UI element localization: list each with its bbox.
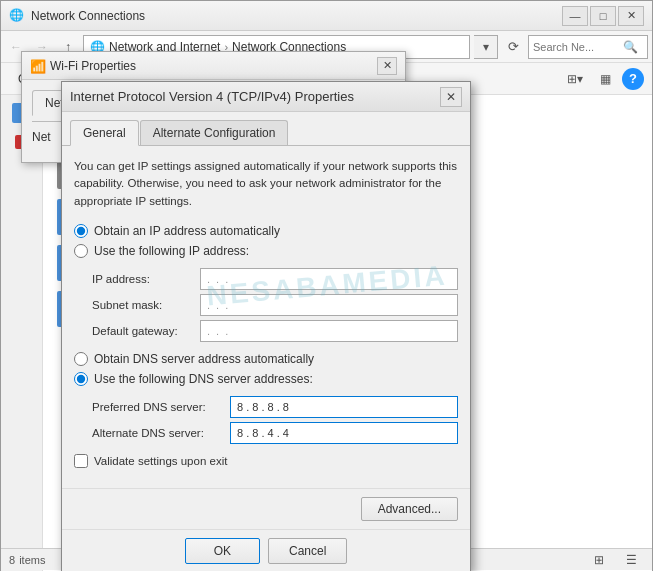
alternate-dns-row: Alternate DNS server: 8 . 8 . 4 . 4	[92, 422, 458, 444]
subnet-mask-label: Subnet mask:	[92, 299, 192, 311]
alternate-dns-label: Alternate DNS server:	[92, 427, 222, 439]
window-controls: — □ ✕	[562, 6, 644, 26]
alternate-dns-value: 8 . 8 . 4 . 4	[237, 427, 289, 439]
wifi-close-button[interactable]: ✕	[377, 57, 397, 75]
subnet-mask-field[interactable]: . . .	[200, 294, 458, 316]
radio-auto-ip[interactable]	[74, 224, 88, 238]
main-window: 🌐 Network Connections — □ ✕ ← → ↑ 🌐 Netw…	[0, 0, 653, 571]
status-items-label: items	[19, 554, 45, 566]
preferred-dns-field[interactable]: 8 . 8 . 8 . 8	[230, 396, 458, 418]
pane-button[interactable]: ▦	[592, 68, 618, 90]
toolbar-right: ⊞▾ ▦ ?	[562, 68, 644, 90]
close-button[interactable]: ✕	[618, 6, 644, 26]
dns-fields: Preferred DNS server: 8 . 8 . 8 . 8 Alte…	[92, 396, 458, 444]
radio-auto-dns-item[interactable]: Obtain DNS server address automatically	[74, 352, 458, 366]
alternate-dns-field[interactable]: 8 . 8 . 4 . 4	[230, 422, 458, 444]
default-gateway-label: Default gateway:	[92, 325, 192, 337]
tab-alternate[interactable]: Alternate Configuration	[140, 120, 289, 145]
status-item-count: 8	[9, 554, 15, 566]
tcp-dialog: Internet Protocol Version 4 (TCP/IPv4) P…	[61, 81, 471, 571]
tcp-dialog-title: Internet Protocol Version 4 (TCP/IPv4) P…	[70, 89, 440, 104]
tcp-description: You can get IP settings assigned automat…	[74, 158, 458, 210]
maximize-button[interactable]: □	[590, 6, 616, 26]
tcp-tab-content: You can get IP settings assigned automat…	[62, 145, 470, 488]
validate-label: Validate settings upon exit	[94, 455, 227, 467]
preferred-dns-value: 8 . 8 . 8 . 8	[237, 401, 289, 413]
radio-manual-dns-label: Use the following DNS server addresses:	[94, 372, 313, 386]
window-icon: 🌐	[9, 8, 25, 24]
tcp-dialog-buttons: Advanced...	[62, 488, 470, 529]
search-icon: 🔍	[623, 40, 638, 54]
status-view-grid[interactable]: ⊞	[586, 549, 612, 571]
status-view-list[interactable]: ☰	[618, 549, 644, 571]
dns-radio-group: Obtain DNS server address automatically …	[74, 352, 458, 386]
title-bar: 🌐 Network Connections — □ ✕	[1, 1, 652, 31]
search-box[interactable]: 🔍	[528, 35, 648, 59]
radio-manual-ip[interactable]	[74, 244, 88, 258]
help-button[interactable]: ?	[622, 68, 644, 90]
ok-cancel-row: OK Cancel	[62, 529, 470, 571]
radio-manual-ip-item[interactable]: Use the following IP address:	[74, 244, 458, 258]
validate-row: Validate settings upon exit	[74, 454, 458, 468]
radio-auto-dns-label: Obtain DNS server address automatically	[94, 352, 314, 366]
tcp-title-bar: Internet Protocol Version 4 (TCP/IPv4) P…	[62, 82, 470, 112]
tcp-close-button[interactable]: ✕	[440, 87, 462, 107]
ip-fields: IP address: . . . Subnet mask: . .	[92, 268, 458, 342]
view-options-button[interactable]: ⊞▾	[562, 68, 588, 90]
sidebar	[1, 95, 43, 571]
path-dropdown[interactable]: ▾	[474, 35, 498, 59]
search-input[interactable]	[533, 41, 623, 53]
subnet-mask-row: Subnet mask: . . .	[92, 294, 458, 316]
radio-manual-dns-item[interactable]: Use the following DNS server addresses:	[74, 372, 458, 386]
status-right: ⊞ ☰	[586, 549, 644, 571]
minimize-button[interactable]: —	[562, 6, 588, 26]
ok-button[interactable]: OK	[185, 538, 260, 564]
tcp-tab-bar: General Alternate Configuration	[62, 112, 470, 145]
preferred-dns-row: Preferred DNS server: 8 . 8 . 8 . 8	[92, 396, 458, 418]
radio-auto-ip-label: Obtain an IP address automatically	[94, 224, 280, 238]
ip-address-field[interactable]: . . .	[200, 268, 458, 290]
ip-address-row: IP address: . . .	[92, 268, 458, 290]
radio-manual-dns[interactable]	[74, 372, 88, 386]
tab-general[interactable]: General	[70, 120, 139, 146]
ip-address-label: IP address:	[92, 273, 192, 285]
preferred-dns-label: Preferred DNS server:	[92, 401, 222, 413]
validate-checkbox[interactable]	[74, 454, 88, 468]
radio-manual-ip-label: Use the following IP address:	[94, 244, 249, 258]
wifi-title-bar: 📶 Wi-Fi Properties ✕	[22, 52, 405, 80]
default-gateway-field[interactable]: . . .	[200, 320, 458, 342]
advanced-button[interactable]: Advanced...	[361, 497, 458, 521]
cancel-button[interactable]: Cancel	[268, 538, 347, 564]
wifi-dialog-title: Wi-Fi Properties	[50, 59, 377, 73]
refresh-button[interactable]: ⟳	[502, 36, 524, 58]
radio-auto-dns[interactable]	[74, 352, 88, 366]
window-title: Network Connections	[31, 9, 562, 23]
default-gateway-row: Default gateway: . . .	[92, 320, 458, 342]
wifi-dialog-icon: 📶	[30, 59, 44, 73]
radio-auto-ip-item[interactable]: Obtain an IP address automatically	[74, 224, 458, 238]
ip-radio-group: Obtain an IP address automatically Use t…	[74, 224, 458, 258]
